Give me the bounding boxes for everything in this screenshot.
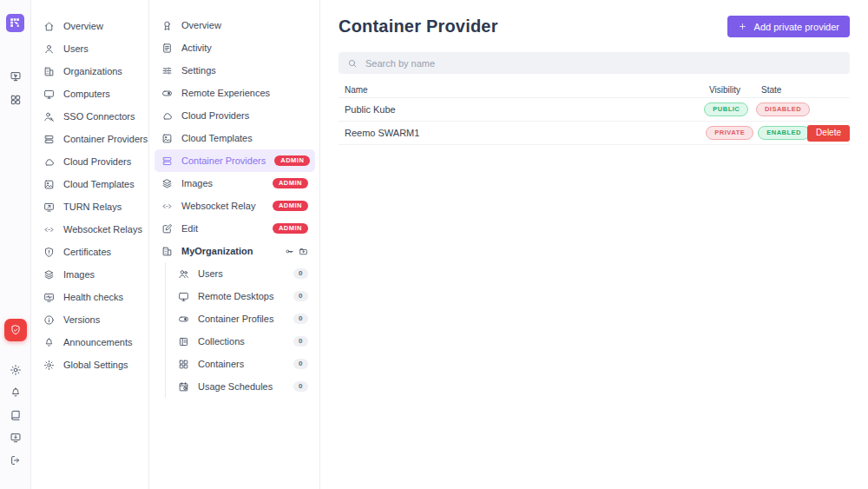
- table-row-reemo-swarm1[interactable]: Reemo SWARM1PRIVATEENABLEDDelete: [339, 122, 850, 145]
- section-item-activity[interactable]: Activity: [155, 36, 315, 59]
- section-item-container-profiles[interactable]: Container Profiles0: [173, 307, 315, 330]
- visibility-badge: PRIVATE: [706, 126, 753, 140]
- calendar-clock-icon: [178, 381, 189, 393]
- sidebar-item-turn-relays[interactable]: TURN Relays: [31, 195, 148, 218]
- reemo-logo-icon[interactable]: [6, 14, 24, 32]
- icon-rail: [0, 0, 31, 489]
- server-icon: [161, 155, 173, 167]
- section-item-remote-experiences[interactable]: Remote Experiences: [155, 82, 315, 104]
- provider-name: Reemo SWARM1: [339, 128, 706, 138]
- sidebar-item-users[interactable]: Users: [31, 37, 148, 60]
- sidebar-item-label: Websocket Relays: [63, 224, 142, 235]
- bell-icon: [43, 337, 55, 348]
- gear-icon: [43, 360, 55, 371]
- section-item-settings[interactable]: Settings: [155, 59, 315, 82]
- search-input[interactable]: [365, 58, 841, 69]
- state-badge: ENABLED: [758, 126, 810, 140]
- book-icon[interactable]: [10, 409, 22, 421]
- search-icon: [347, 58, 358, 69]
- table-body: Public KubePUBLICDISABLEDReemo SWARM1PRI…: [339, 98, 850, 145]
- section-item-overview[interactable]: Overview: [155, 14, 315, 36]
- building-icon: [43, 66, 55, 77]
- state-badge: DISABLED: [756, 102, 810, 116]
- admin-badge: ADMIN: [273, 223, 308, 235]
- sidebar-item-announcements[interactable]: Announcements: [31, 331, 148, 354]
- bell-icon[interactable]: [10, 387, 22, 399]
- sidebar-item-sso-connectors[interactable]: SSO Connectors: [31, 105, 148, 128]
- sidebar-item-versions[interactable]: Versions: [31, 308, 148, 331]
- count-badge: 0: [293, 381, 308, 392]
- section-item-label: Collections: [198, 336, 245, 347]
- grid-icon[interactable]: [10, 94, 22, 106]
- section-item-container-providers[interactable]: Container ProvidersADMIN: [155, 149, 315, 172]
- visibility-badge: PUBLIC: [704, 102, 748, 116]
- grid-icon: [178, 359, 189, 370]
- doc-lines-icon: [161, 43, 173, 54]
- section-item-usage-schedules[interactable]: Usage Schedules0: [173, 375, 315, 398]
- admin-badge: ADMIN: [274, 155, 310, 167]
- sidebar-item-label: Cloud Templates: [63, 179, 135, 189]
- layers-icon: [43, 269, 55, 281]
- delete-button[interactable]: Delete: [807, 125, 850, 142]
- section-item-users[interactable]: Users0: [173, 262, 315, 285]
- page-title: Container Provider: [339, 17, 498, 36]
- websocket-icon: [43, 224, 55, 235]
- section-item-images[interactable]: ImagesADMIN: [155, 172, 315, 195]
- sidebar-item-cloud-providers[interactable]: Cloud Providers: [31, 150, 148, 173]
- alert-button[interactable]: [4, 319, 27, 341]
- organization-subitems: Users0Remote Desktops0Container Profiles…: [165, 262, 315, 398]
- column-header-name: Name: [339, 85, 707, 95]
- section-item-websocket-relay[interactable]: Websocket RelayADMIN: [155, 195, 315, 217]
- building-icon: [161, 246, 173, 257]
- section-item-label: Activity: [181, 43, 212, 53]
- key-icon[interactable]: [285, 247, 294, 256]
- sidebar-item-computers[interactable]: Computers: [31, 83, 148, 105]
- folder-play-icon[interactable]: [299, 247, 308, 256]
- section-item-label: Container Providers: [181, 155, 266, 166]
- section-item-remote-desktops[interactable]: Remote Desktops0: [173, 285, 315, 307]
- sidebar-item-label: Container Providers: [63, 134, 148, 144]
- sidebar-item-overview[interactable]: Overview: [31, 15, 148, 37]
- sidebar-item-label: Computers: [63, 89, 110, 99]
- sidebar-item-websocket-relays[interactable]: Websocket Relays: [31, 218, 148, 241]
- monitor-icon: [43, 89, 55, 100]
- edit-icon: [161, 223, 173, 235]
- sidebar-item-label: Certificates: [63, 247, 111, 257]
- monitor-cursor-icon[interactable]: [10, 70, 22, 83]
- count-badge: 0: [293, 336, 308, 347]
- table-row-public-kube[interactable]: Public KubePUBLICDISABLED: [339, 98, 850, 122]
- sidebar-item-label: Users: [63, 43, 89, 54]
- sidebar-item-images[interactable]: Images: [31, 263, 148, 286]
- sidebar-item-container-providers[interactable]: Container Providers: [31, 128, 148, 150]
- gear-icon[interactable]: [10, 364, 22, 376]
- monitor-download-icon[interactable]: [10, 432, 22, 444]
- add-private-provider-button[interactable]: Add private provider: [727, 16, 850, 37]
- page-header: Container Provider Add private provider: [339, 16, 850, 37]
- cloud-icon: [43, 156, 55, 168]
- image-box-icon: [161, 133, 173, 144]
- sliders-icon: [161, 65, 173, 76]
- sidebar-item-label: Organizations: [63, 66, 122, 76]
- image-box-icon: [43, 179, 55, 190]
- plus-icon: [738, 22, 747, 31]
- info-icon: [43, 314, 55, 326]
- section-item-cloud-templates[interactable]: Cloud Templates: [155, 127, 315, 149]
- sidebar-item-organizations[interactable]: Organizations: [31, 60, 148, 83]
- health-icon: [43, 292, 55, 303]
- sidebar-item-label: Images: [63, 269, 95, 280]
- section-item-myorganization[interactable]: MyOrganization: [155, 240, 315, 262]
- section-item-collections[interactable]: Collections0: [173, 330, 315, 353]
- logout-icon[interactable]: [10, 454, 22, 466]
- sidebar-item-global-settings[interactable]: Global Settings: [31, 354, 148, 376]
- column-header-visibility: Visibility: [707, 85, 759, 95]
- count-badge: 0: [293, 314, 308, 324]
- section-item-cloud-providers[interactable]: Cloud Providers: [155, 104, 315, 127]
- section-item-edit[interactable]: EditADMIN: [155, 217, 315, 240]
- sidebar-item-certificates[interactable]: Certificates: [31, 241, 148, 263]
- websocket-icon: [161, 201, 173, 212]
- section-item-label: Remote Experiences: [181, 88, 270, 98]
- sidebar-item-cloud-templates[interactable]: Cloud Templates: [31, 173, 148, 195]
- section-sidebar: OverviewActivitySettingsRemote Experienc…: [149, 0, 320, 489]
- section-item-containers[interactable]: Containers0: [173, 353, 315, 375]
- sidebar-item-health-checks[interactable]: Health checks: [31, 286, 148, 308]
